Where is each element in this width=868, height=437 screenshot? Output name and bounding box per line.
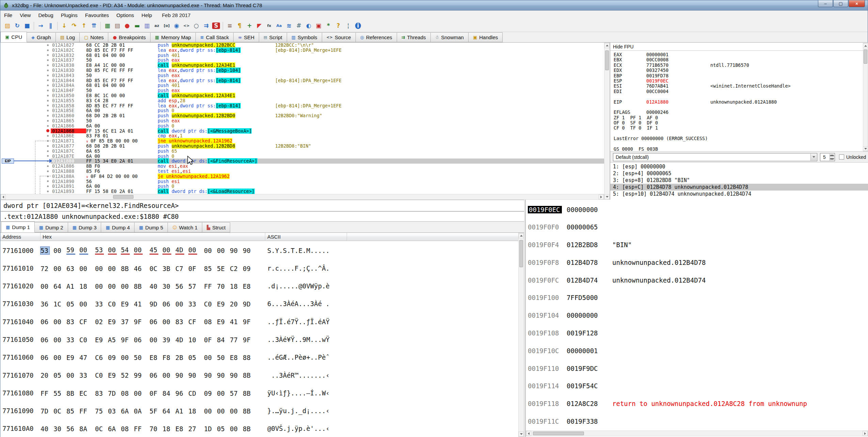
- tab-script[interactable]: ▤Script: [259, 32, 287, 42]
- stack-row[interactable]: 0019F1140019F54C: [526, 377, 868, 395]
- breakpoint-dot[interactable]: [46, 129, 49, 132]
- disasm-row[interactable]: 012A18868B F0mov esi,eax: [0, 164, 604, 169]
- tab-threads[interactable]: ⇉Threads: [397, 32, 431, 42]
- stack-row[interactable]: 0019F0F000000065: [526, 218, 868, 236]
- scroll-thumb[interactable]: [519, 240, 523, 267]
- unlocked-checkbox[interactable]: [839, 154, 844, 160]
- scroll-down-button[interactable]: [519, 432, 524, 437]
- disasm-row[interactable]: 012A186068 D0 2B 2B 01push unknownunpack…: [0, 113, 604, 118]
- stack-row[interactable]: 0019F0F4012B2BD8"BIN": [526, 236, 868, 254]
- column-header-address[interactable]: Address: [0, 233, 41, 241]
- tab-struct[interactable]: ▙Struct: [202, 222, 230, 232]
- toolbar-attach-button[interactable]: ≡: [225, 21, 234, 30]
- menu-view[interactable]: View: [16, 11, 34, 20]
- scroll-right-button[interactable]: [599, 194, 604, 199]
- tab-notes[interactable]: ▢Notes: [79, 32, 108, 42]
- toolbar-memory-map-button[interactable]: ▦: [103, 21, 112, 30]
- stepper-up-button[interactable]: [830, 154, 834, 157]
- disasm-row[interactable]: 012A1880FF 15 34 E0 2A 01call dword ptr …: [0, 159, 604, 164]
- toolbar-command-shell-button[interactable]: ¦: [344, 21, 353, 30]
- disassembly-pane[interactable]: 012A182768 CC 2B 2B 01push unknownunpack…: [0, 43, 604, 194]
- stack-arg-row[interactable]: 3: [esp+8] 012B2BD8 "BIN": [610, 177, 868, 184]
- disasm-row[interactable]: 012A18666A 00push 0: [0, 123, 604, 129]
- tab-graph[interactable]: ◈Graph: [27, 32, 56, 42]
- toolbar-clear-button[interactable]: ◤: [255, 21, 264, 30]
- toolbar-search-button[interactable]: ○: [192, 21, 201, 30]
- disasm-row[interactable]: 012A186550push eax: [0, 118, 604, 123]
- tab-watch-1[interactable]: ☺Watch 1: [168, 222, 202, 232]
- dump-row[interactable]: 77161080FF558BEC837D08000F8496CD0900578B…: [0, 383, 525, 401]
- disassembly-hscrollbar[interactable]: [0, 194, 604, 200]
- stack-row[interactable]: 0019F1100019F9DC: [526, 359, 868, 377]
- disasm-row[interactable]: 012A1893FF 15 58 E0 2A 01call dword ptr …: [0, 189, 604, 194]
- stack-arg-row[interactable]: 1: [esp] 00000000: [610, 163, 868, 170]
- register-row-edx[interactable]: EDX00327450: [614, 68, 863, 73]
- menu-options[interactable]: Options: [113, 11, 138, 20]
- menu-plugins[interactable]: Plugins: [57, 11, 81, 20]
- titlebar[interactable]: x32dbg - File: UnknownUnpacked.exe - PID…: [0, 0, 868, 11]
- tab-log[interactable]: ▤Log: [56, 32, 80, 42]
- scroll-left-button[interactable]: [526, 431, 531, 436]
- tab-source[interactable]: <>Source: [322, 32, 356, 42]
- register-row-eflags[interactable]: EFLAGS00000246: [614, 110, 863, 115]
- toolbar-patches-button[interactable]: +: [245, 21, 254, 30]
- register-row-ecx[interactable]: ECX771B6570ntdll.771B6570: [614, 63, 863, 68]
- stack-row[interactable]: 0019F10400000000: [526, 306, 868, 324]
- menu-help[interactable]: Help: [138, 11, 156, 20]
- register-row-eax[interactable]: EAX00000001: [614, 52, 863, 57]
- dump-row[interactable]: 771610907D0C85FF75036A0A5F64A1180000008B…: [0, 402, 525, 419]
- disasm-row[interactable]: 012A183D8D 85 FC FE FF FFlea eax,dword p…: [0, 68, 604, 73]
- dump-pane[interactable]: AddressHexASCII 771610005300590053005400…: [0, 233, 525, 437]
- toolbar-about-button[interactable]: i: [353, 21, 363, 30]
- toolbar-help-key-button[interactable]: ?: [334, 21, 343, 30]
- column-header-hex[interactable]: Hex: [41, 233, 265, 241]
- toolbar-find-strings-button[interactable]: az: [152, 21, 161, 30]
- scroll-thumb[interactable]: [113, 195, 133, 199]
- dump-row[interactable]: 771610107200630000008B460C3BC70F855EC209…: [0, 259, 525, 276]
- disasm-row[interactable]: 012A185E6A 00push 0: [0, 108, 604, 113]
- dump-row[interactable]: 77161040060083CF02E9379F060083CF08E9419F…: [0, 312, 525, 330]
- toolbar-step-into-button[interactable]: ↓: [60, 21, 69, 30]
- menu-favourites[interactable]: Favourites: [81, 11, 113, 20]
- toolbar-open-file-button[interactable]: ▨: [3, 21, 12, 30]
- hide-fpu-button[interactable]: Hide FPU: [613, 44, 634, 49]
- toolbar-patch-button[interactable]: ▬: [132, 21, 142, 30]
- stack-row[interactable]: 0019F0EC00000000: [526, 200, 868, 218]
- tab-call-stack[interactable]: ≡Call Stack: [195, 32, 234, 42]
- toolbar-appearance-button[interactable]: ≋: [284, 21, 294, 30]
- disasm-row[interactable]: 012A1838E8 A4 1C 00 00call unknownunpack…: [0, 63, 604, 68]
- toolbar-run-to-user-code-button[interactable]: ⇈: [89, 21, 98, 30]
- disasm-row[interactable]: 012A183750push eax: [0, 58, 604, 63]
- dump-row[interactable]: 77161000530059005300540045004D0000009090…: [0, 241, 525, 259]
- toolbar-shellcode-button[interactable]: S: [211, 21, 221, 30]
- disassembly-vscrollbar[interactable]: [604, 43, 610, 200]
- stack-arg-row[interactable]: 5: [esp+10] 012B4D74 unknownunpacked.012…: [610, 191, 868, 197]
- dump-row[interactable]: 77161050060033C0E9A59F0600394D100F84779F…: [0, 330, 525, 348]
- stack-row[interactable]: 0019F1080019F128: [526, 324, 868, 342]
- disasm-row[interactable]: 012A188885 F6test esi,esi: [0, 169, 604, 174]
- dump-vscrollbar[interactable]: [518, 233, 524, 437]
- stack-row[interactable]: 0019F1007FFD5000: [526, 289, 868, 306]
- scroll-thumb[interactable]: [864, 49, 867, 64]
- disasm-row[interactable]: 012A187768 D8 2B 2B 01push unknownunpack…: [0, 144, 604, 149]
- disasm-row[interactable]: 012A18448D 85 EC F7 FF FFlea eax,dword p…: [0, 78, 604, 83]
- toolbar-pause-button[interactable]: ∥: [46, 21, 55, 30]
- tab-dump-5[interactable]: ▦Dump 5: [134, 222, 168, 232]
- dump-row[interactable]: 771610600600E947C6090050E8F82B050050E888…: [0, 348, 525, 366]
- scroll-up-button[interactable]: [863, 43, 868, 48]
- dropdown-arrow-button[interactable]: [810, 154, 817, 161]
- disasm-row[interactable]: 012A184A68 01 04 00 00push 401: [0, 83, 604, 88]
- toolbar-copy-data-button[interactable]: ▥: [142, 21, 152, 30]
- toolbar-step-out-button[interactable]: ↑: [79, 21, 89, 30]
- scroll-up-button[interactable]: [604, 43, 610, 48]
- scroll-thumb[interactable]: [533, 432, 584, 435]
- register-row-esi[interactable]: ESI76D7AB41<wininet.InternetCloseHandle>: [614, 84, 863, 89]
- toolbar-comments-button[interactable]: ¶: [235, 21, 244, 30]
- tab-breakpoints[interactable]: ●Breakpoints: [108, 32, 151, 42]
- stack-arg-row[interactable]: 2: [esp+4] 00000065: [610, 170, 868, 177]
- dump-row[interactable]: 77161030361C050033C0E9419D060033C0E9209D…: [0, 295, 525, 312]
- tab-references[interactable]: ◎References: [356, 32, 397, 42]
- maximize-button[interactable]: ▢: [833, 0, 848, 7]
- dump-row[interactable]: 7716107020050033C0E95299060090909090908B…: [0, 366, 525, 383]
- stack-row[interactable]: 0019F11C0019F338: [526, 412, 868, 430]
